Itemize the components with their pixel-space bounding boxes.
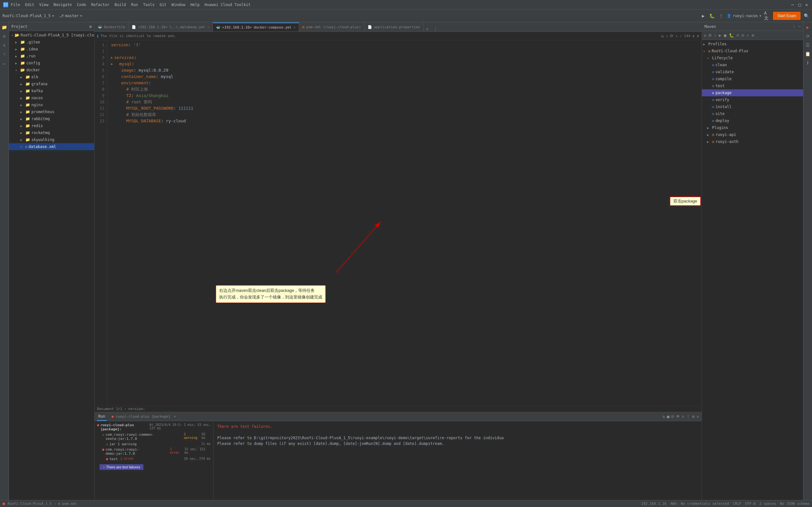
maven-site[interactable]: ⊙ site — [702, 110, 803, 117]
tree-item-database-xml[interactable]: ─ ⊡ database.xml — [9, 143, 94, 150]
tree-item-kafka[interactable]: ▶ 📁 kafka — [9, 88, 94, 95]
tree-item-skywalking[interactable]: ▶ 📁 skywalking — [9, 136, 94, 143]
maven-package[interactable]: ⊙ package — [702, 89, 803, 96]
more-icon[interactable]: ⋮ — [718, 13, 724, 19]
tab-overflow-btn[interactable]: ▾ — [423, 27, 431, 32]
right-icon-3[interactable]: ☰ — [804, 41, 812, 49]
right-icon-4[interactable]: 📋 — [804, 50, 812, 58]
maven-toggle-icon[interactable]: ⊡ — [741, 32, 745, 38]
maven-close-icon[interactable]: ─ — [798, 24, 801, 29]
maven-refresh-icon[interactable]: ↻ — [703, 32, 707, 38]
run-pkg-close[interactable]: ✕ — [174, 414, 176, 418]
run-more-icon[interactable]: ⋮ — [686, 414, 690, 419]
run-close-icon[interactable]: ✕ — [697, 414, 699, 419]
menu-view[interactable]: View — [39, 3, 49, 7]
run-item-test[interactable]: ● test 1 error 10 sec, 274 ms — [95, 456, 213, 462]
run-stop-icon[interactable]: ■ — [667, 414, 670, 419]
tree-item-elk[interactable]: ▶ 📁 elk — [9, 73, 94, 80]
maven-compile[interactable]: ⊙ compile — [702, 75, 803, 82]
menu-help[interactable]: Help — [190, 3, 200, 7]
tree-root[interactable]: ▾ 📂 RuoYi-Cloud-PlusA_1_5 [ruoyi-cloud-p… — [9, 32, 94, 39]
maven-add-icon[interactable]: ⊞ — [708, 32, 712, 38]
maven-validate[interactable]: ⊙ validate — [702, 68, 803, 75]
tree-item-rabbitmq[interactable]: ▶ 📁 rabbitmq — [9, 115, 94, 122]
maven-skip-test-icon[interactable]: ⊘ — [736, 32, 740, 38]
project-dropdown-icon[interactable]: ▾ — [52, 14, 54, 18]
maven-ruoyi-api[interactable]: ▶ m ruoyi-api — [702, 131, 803, 138]
run-settings-icon[interactable]: ⚙ — [692, 414, 695, 419]
menu-navigate[interactable]: Navigate — [54, 3, 72, 7]
tree-item-redis[interactable]: ▶ 📁 redis — [9, 122, 94, 129]
minimize-btn[interactable]: ─ — [791, 3, 795, 7]
tab-close-active-icon[interactable]: ✕ — [293, 25, 296, 30]
tree-item-nginx[interactable]: ▶ 📁 nginx — [9, 101, 94, 108]
menu-tools[interactable]: Tools — [143, 3, 154, 7]
right-icon-2[interactable]: ⟳ — [804, 32, 812, 40]
tree-item-rocketmq[interactable]: ▶ 📁 rocketmq — [9, 129, 94, 136]
maven-download-icon[interactable]: ⇩ — [713, 32, 717, 38]
menu-run[interactable]: Run — [131, 3, 138, 7]
sidebar-bookmark-icon[interactable]: ⚓ — [1, 41, 8, 49]
menu-file[interactable]: File — [11, 3, 20, 7]
run-item-demo[interactable]: ● com.ruoyi:ruoyi-demo:jar:1.7.0 1 error… — [95, 447, 213, 456]
maven-lifecycle[interactable]: ▾ Lifecycle — [702, 55, 803, 61]
sidebar-git-icon[interactable]: ⑂ — [1, 50, 8, 58]
maven-verify[interactable]: ⊙ verify — [702, 96, 803, 103]
start-exam-button[interactable]: Start Exam — [773, 12, 801, 20]
menu-window[interactable]: Window — [171, 3, 185, 7]
tree-item-gitee[interactable]: ▶ 📁 .gitee — [9, 39, 94, 46]
translate-icon[interactable]: A文 — [764, 13, 770, 19]
tree-item-config[interactable]: ▶ 📁 config — [9, 60, 94, 66]
branch-dropdown-icon[interactable]: ▾ — [80, 14, 82, 18]
branch-badge[interactable]: ⎇ master ▾ — [59, 14, 83, 18]
code-editor[interactable]: 12345 678910 111213 version: '3' ▶ servi… — [95, 41, 702, 406]
run-scroll-icon[interactable]: ↕ — [682, 414, 684, 419]
close-btn[interactable]: ✕ — [804, 3, 809, 7]
search-icon[interactable]: 🔍 — [803, 13, 809, 19]
tab-docker-compose[interactable]: 🐳 <192.168.1.16> docker-compose.yml ✕ — [213, 22, 299, 32]
project-panel-settings-icon[interactable]: ⚙ — [90, 24, 92, 29]
right-icon-1[interactable]: ▶ — [804, 23, 812, 31]
run-filter-icon[interactable]: ⊟ — [671, 414, 674, 419]
run-eye-icon[interactable]: 👁 — [676, 414, 680, 419]
upload-icon[interactable]: ⇧ — [666, 34, 668, 38]
menu-edit[interactable]: Edit — [25, 3, 34, 7]
tab-database-yml[interactable]: 📄 <192.168.1.16> \..\.database.yml ✕ — [129, 22, 213, 32]
run-item-jar[interactable]: ⚠ jar 1 warning 11 ms — [95, 441, 213, 447]
run-icon[interactable]: ▶ — [700, 13, 706, 19]
menu-build[interactable]: Build — [114, 3, 126, 7]
tree-item-run[interactable]: ▶ 📁 .run — [9, 53, 94, 60]
menu-refactor[interactable]: Refactor — [91, 3, 109, 7]
menu-huawei[interactable]: Huawei Cloud Toolkit — [205, 3, 251, 7]
chevron-up-icon[interactable]: ∧ — [692, 34, 695, 38]
maven-thread-icon[interactable]: ⚡ — [746, 32, 750, 38]
tab-app-props[interactable]: 📄 application.properties — [364, 22, 424, 32]
maven-stop-icon[interactable]: ■ — [723, 32, 727, 38]
menu-git[interactable]: Git — [159, 3, 166, 7]
download-icon[interactable]: ⇩ — [675, 34, 678, 38]
maven-test[interactable]: ⊙ test — [702, 82, 803, 89]
tree-item-docker[interactable]: ▾ 📂 docker — [9, 66, 94, 73]
debug-icon[interactable]: 🐛 — [709, 13, 715, 19]
maven-run-icon[interactable]: ▶ — [718, 32, 722, 38]
right-icon-5[interactable]: ℹ — [804, 59, 812, 66]
run-item-seata[interactable]: ⚠ com.ruoyi:ruoyi-common-seata:jar:1.7.0… — [95, 432, 213, 441]
maven-debug-icon[interactable]: 🐛 — [728, 32, 734, 38]
sidebar-more-icon[interactable]: … — [1, 59, 8, 66]
run-tab[interactable]: Run — [97, 412, 107, 421]
run-item-main[interactable]: ● ruoyi-cloud-plus [package]: At 2023/6/… — [95, 422, 213, 432]
maven-install[interactable]: ⊙ install — [702, 103, 803, 110]
maven-settings-icon[interactable]: ⚙ — [751, 32, 755, 38]
sidebar-project-icon[interactable]: 📁 — [1, 23, 8, 31]
tree-item-prometheus[interactable]: ▶ 📁 prometheus — [9, 108, 94, 115]
tab-dockerfile[interactable]: 🐳 Dockerfile — [95, 22, 129, 32]
maven-root-project[interactable]: ▾ m RuoYi-Cloud-Plus — [702, 48, 803, 55]
fail-button[interactable]: ● There are test failures — [100, 464, 143, 470]
tree-item-nacos[interactable]: ▶ 📁 nacos — [9, 95, 94, 101]
code-content[interactable]: version: '3' ▶ services: ▶ mysql: image — [107, 41, 702, 406]
tab-extra-icon[interactable]: ⋮ — [431, 27, 440, 32]
maven-ruoyi-auth[interactable]: ▶ m ruoyi-auth — [702, 138, 803, 145]
reload-icon[interactable]: ↻ — [661, 34, 664, 38]
maven-clean[interactable]: ⊙ clean — [702, 61, 803, 68]
menu-code[interactable]: Code — [77, 3, 86, 7]
